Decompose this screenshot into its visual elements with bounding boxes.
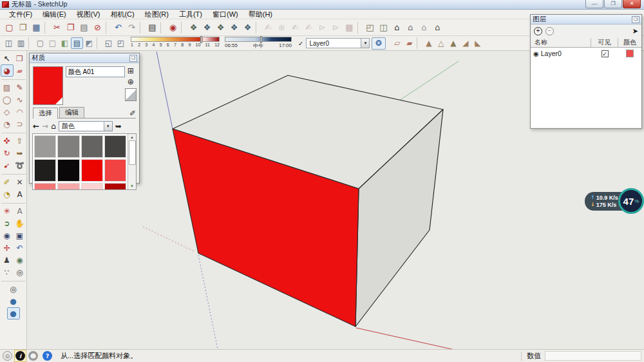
push-pull-tool[interactable]: ⇧	[14, 135, 26, 147]
layer-manager-button[interactable]: ❂	[372, 37, 386, 50]
cut-button[interactable]: ✂	[50, 21, 64, 34]
layers-detail-arrow[interactable]: ➤	[632, 27, 638, 35]
look-around-tool[interactable]: ◉	[14, 254, 26, 266]
new-file-button[interactable]: ▢	[3, 21, 16, 34]
time-slider-handle[interactable]	[260, 36, 262, 43]
offset-tool[interactable]: ➰	[14, 159, 26, 171]
color-swatch[interactable]	[57, 183, 79, 190]
move-tool[interactable]: ✜	[1, 135, 14, 147]
menu-item[interactable]: 窗口(W)	[207, 10, 243, 19]
sandbox-contours-button[interactable]: ▲	[422, 37, 435, 49]
open-file-button[interactable]: ❒	[16, 21, 30, 34]
color-swatch[interactable]	[57, 159, 79, 182]
target-tool[interactable]: ◎	[14, 266, 26, 278]
shadow-month-slider[interactable]	[131, 37, 220, 42]
minimize-button[interactable]: —	[585, 0, 603, 8]
rotate-tool[interactable]: ↻	[1, 147, 14, 159]
follow-me-tool[interactable]: ➥	[14, 147, 26, 159]
color-swatch[interactable]	[81, 135, 103, 158]
protractor-tool[interactable]: ◔	[1, 188, 14, 200]
color-swatch[interactable]	[81, 159, 103, 182]
layers-panel-titlebar[interactable]: 图层 ❏	[531, 15, 641, 24]
orbit-tool[interactable]: ➲	[1, 217, 14, 229]
position-camera-tool[interactable]: ♟	[1, 254, 14, 266]
house-outline-button[interactable]: ⌂	[417, 21, 431, 34]
cylinder-button[interactable]: ◫	[377, 21, 390, 34]
color-swatch[interactable]	[81, 183, 103, 190]
sign-in-button[interactable]: ☻	[28, 351, 38, 361]
section-target-tool[interactable]: ◎	[7, 283, 20, 295]
scrollbar-thumb[interactable]	[129, 140, 136, 165]
pie-tool[interactable]: ◔	[1, 118, 14, 130]
chevron-down-icon[interactable]: ▼	[361, 38, 370, 48]
house-box-button[interactable]: ⌂	[404, 21, 417, 34]
visible-checkbox[interactable]: ✓	[601, 50, 609, 57]
3d-text-tool[interactable]: A	[14, 205, 26, 217]
color-swatch[interactable]	[34, 135, 56, 158]
close-button[interactable]: ✕	[623, 0, 641, 8]
globe-tool[interactable]: ●	[7, 295, 20, 307]
current-layer-value[interactable]: Layer0	[306, 38, 361, 48]
orbit-disabled-button[interactable]: ⊕	[275, 21, 289, 34]
back-button[interactable]: ←	[33, 122, 39, 131]
get-models-tool[interactable]: ●	[7, 307, 20, 319]
forward-button[interactable]: →	[42, 122, 48, 131]
column-visible[interactable]: 可见	[591, 38, 618, 47]
menu-item[interactable]: 绘图(R)	[140, 10, 174, 19]
shadow-toggle-button[interactable]: ◰	[115, 37, 127, 49]
home-view-button[interactable]: ⌂	[390, 21, 404, 34]
polygon-tool[interactable]: ◇	[1, 106, 14, 118]
model-info-button[interactable]: ◉	[166, 21, 180, 34]
shed-button[interactable]: ⌂	[431, 21, 444, 34]
color-swatch[interactable]	[104, 183, 126, 190]
credits-button[interactable]: i	[15, 351, 25, 361]
zoom-tool[interactable]: ◉	[1, 229, 14, 242]
column-color[interactable]: 颜色	[618, 38, 641, 47]
color-swatch[interactable]	[34, 183, 56, 190]
color-swatch[interactable]	[57, 135, 79, 158]
tab-edit[interactable]: 编辑	[59, 107, 84, 118]
section-display-button[interactable]: ▰	[403, 37, 415, 49]
eraser-tool[interactable]: ▰	[14, 64, 26, 77]
undo-button[interactable]: ↶	[111, 21, 125, 34]
swatch-scrollbar[interactable]: ▲ ▼	[128, 134, 136, 189]
freehand-tool[interactable]: ∿	[14, 93, 26, 106]
unfold-model-button[interactable]: ◰	[363, 21, 377, 34]
active-layer-radio[interactable]: ◉	[533, 50, 539, 57]
layer-dropdown[interactable]: ✓ Layer0 ▼ ❂	[298, 37, 386, 50]
sandbox-stamp-button[interactable]: ◢	[459, 37, 471, 49]
shadow-time-slider[interactable]	[225, 37, 292, 42]
pose2-disabled-button[interactable]: ✍	[302, 21, 316, 34]
paint-bucket-tool[interactable]: ◕	[1, 64, 14, 77]
hidden-line-mode-button[interactable]: □	[46, 37, 59, 49]
geolocation-button[interactable]: ⊙	[3, 351, 12, 361]
scroll-up-icon[interactable]: ▲	[130, 134, 134, 140]
save-button[interactable]: ▦	[30, 21, 43, 34]
line-tool[interactable]: ✎	[14, 81, 26, 93]
material-name-input[interactable]	[66, 66, 125, 77]
tape-measure-tool[interactable]: ✐	[1, 176, 14, 188]
wireframe-mode-button[interactable]: ▢	[34, 37, 46, 49]
help-button[interactable]: ?	[43, 351, 52, 361]
layer-color-chip[interactable]	[626, 50, 634, 57]
dimension-tool[interactable]: ✕	[14, 176, 26, 188]
back-edges-button[interactable]: ▥	[15, 37, 27, 49]
layer-row[interactable]: ◉ Layer0 ✓	[531, 48, 641, 59]
detail-arrow-button[interactable]: ➥	[115, 122, 122, 131]
paste-button[interactable]: ▤	[77, 21, 91, 34]
flag2-disabled-button[interactable]: ⊳	[329, 21, 343, 34]
make-component-button[interactable]: ❖	[187, 21, 200, 34]
monochrome-mode-button[interactable]: ◩	[83, 37, 95, 49]
erase-button[interactable]: ⊘	[91, 21, 104, 34]
menu-item[interactable]: 工具(T)	[174, 10, 207, 19]
make-component-tool[interactable]: ❒	[14, 52, 26, 64]
shadow-dialog-button[interactable]: ◱	[102, 37, 115, 49]
axes-tool[interactable]: ✳	[1, 205, 14, 217]
component-edit-button[interactable]: ❖	[214, 21, 227, 34]
select-tool[interactable]: ↖	[1, 52, 14, 64]
xray-mode-button[interactable]: ◫	[3, 37, 15, 49]
sandbox-drape-button[interactable]: ◣	[471, 37, 484, 49]
column-name[interactable]: 名称	[531, 38, 591, 47]
grid-disabled-button[interactable]: ▦	[343, 21, 356, 34]
tab-select[interactable]: 选择	[33, 108, 58, 119]
